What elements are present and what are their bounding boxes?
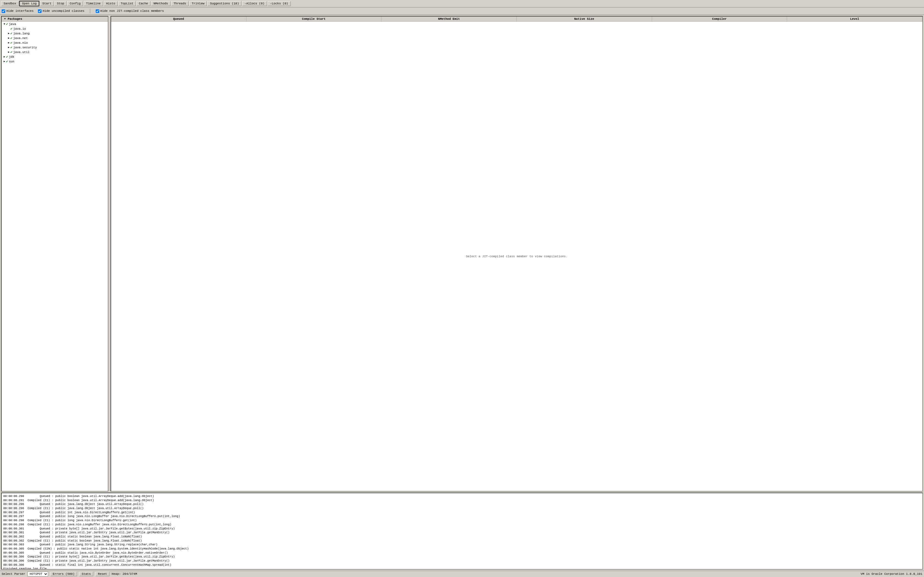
packages-arrow: ▼ — [3, 18, 6, 20]
table-col-queued: Queued — [111, 16, 247, 21]
status-bar: Select Parser HOTSPOT Errors (509) Stats… — [0, 571, 924, 577]
select-parser-label: Select Parser — [2, 572, 25, 575]
tree-check-sun: ✔ — [6, 60, 8, 63]
splitter[interactable] — [108, 15, 110, 493]
toolbar-btn-triview[interactable]: TriView — [189, 1, 207, 6]
tree-arrow-java-util: ▶ — [7, 51, 10, 53]
main-area: ▼ Packages ▼✔java✔java.io▶✔java.lang▶✔ja… — [0, 15, 924, 493]
hide-uncompiled-checkbox[interactable] — [38, 9, 42, 13]
stats-button[interactable]: Stats — [79, 572, 93, 576]
tree-item-java-net[interactable]: ▶✔java.net — [2, 36, 108, 40]
tree-arrow-jdk: ▶ — [3, 55, 6, 58]
tree-label-sun: sun — [9, 60, 14, 63]
tree-item-jdk[interactable]: ▶✔jdk — [2, 55, 108, 59]
table-col-nmethod-emit: NMethod Emit — [381, 16, 517, 21]
tree-item-java-lang[interactable]: ▶✔java.lang — [2, 31, 108, 36]
table-col-compiler: Compiler — [652, 16, 787, 21]
toolbar-btn-open-log[interactable]: Open Log — [19, 1, 39, 6]
tree-label-java-io: java.io — [13, 27, 26, 31]
tree-check-java-util: ✔ — [10, 50, 12, 54]
heap-info: Heap: 204/374M — [112, 572, 137, 575]
toolbar-btn-sandbox[interactable]: Sandbox — [1, 1, 19, 6]
right-panel: QueuedCompile StartNMethod EmitNative Si… — [111, 16, 923, 492]
hide-interfaces-label[interactable]: Hide interfaces — [2, 9, 34, 13]
tree-arrow-java-net: ▶ — [7, 37, 10, 40]
tree-arrow-java-lang: ▶ — [7, 32, 10, 35]
tree-scroll[interactable]: ▼ Packages ▼✔java✔java.io▶✔java.lang▶✔ja… — [2, 16, 108, 491]
tree-arrow-sun: ▶ — [3, 60, 6, 63]
tree-label-java: java — [9, 23, 16, 26]
tree-label-java-net: java.net — [13, 37, 28, 40]
toolbar-btn-config[interactable]: Config — [67, 1, 83, 6]
tree-check-java: ✔ — [6, 22, 8, 26]
tree-arrow-java-security: ▶ — [7, 46, 10, 49]
tree-label-jdk: jdk — [9, 55, 14, 58]
hide-uncompiled-label[interactable]: Hide uncompiled classes — [38, 9, 84, 13]
parser-select[interactable]: HOTSPOT — [27, 572, 48, 577]
toolbar-btn-nmethods[interactable]: NMethods — [151, 1, 171, 6]
tree-label-java-lang: java.lang — [13, 32, 29, 35]
hide-non-jit-label[interactable]: Hide non JIT-compiled class members — [96, 9, 164, 13]
toolbar-btn-suggestions[interactable]: Suggestions (18) — [207, 1, 242, 6]
hide-non-jit-text: Hide non JIT-compiled class members — [100, 9, 164, 13]
packages-label: Packages — [8, 17, 22, 21]
hide-non-jit-checkbox[interactable] — [96, 9, 99, 13]
tree-arrow-java: ▼ — [3, 23, 6, 26]
tree-item-sun[interactable]: ▶✔sun — [2, 59, 108, 64]
table-header: QueuedCompile StartNMethod EmitNative Si… — [111, 16, 922, 22]
tree-check-jdk: ✔ — [6, 55, 8, 59]
toolbar: SandboxOpen LogStartStopConfigTimelineHi… — [0, 0, 924, 7]
tree-items: ▼✔java✔java.io▶✔java.lang▶✔java.net▶✔jav… — [2, 22, 108, 64]
toolbar-btn-toplist[interactable]: TopList — [118, 1, 136, 6]
tree-header: ▼ Packages — [2, 16, 108, 22]
toolbar-btn-threads[interactable]: Threads — [171, 1, 189, 6]
tree-label-java-util: java.util — [13, 51, 29, 54]
errors-button[interactable]: Errors (509) — [50, 572, 77, 576]
toolbar-btn-stop[interactable]: Stop — [55, 1, 66, 6]
tree-item-java-security[interactable]: ▶✔java.security — [2, 45, 108, 50]
tree-item-java-io[interactable]: ✔java.io — [2, 26, 108, 31]
tree-check-java-nio: ✔ — [10, 41, 12, 45]
vm-info: VM is Oracle Corporation 1.8.0_191 — [861, 572, 922, 575]
toolbar-btn-locks[interactable]: -Locks (0) — [268, 1, 291, 6]
reset-button[interactable]: Reset — [95, 572, 110, 576]
tree-item-java-util[interactable]: ▶✔java.util — [2, 50, 108, 55]
table-col-level: Level — [787, 16, 922, 21]
filter-bar: Hide interfaces Hide uncompiled classes … — [0, 7, 924, 15]
tree-check-java-security: ✔ — [10, 45, 12, 50]
tree-check-java-io: ✔ — [10, 27, 12, 31]
table-col-native-size: Native Size — [517, 16, 652, 21]
tree-label-java-security: java.security — [13, 46, 37, 49]
table-body: Select a JIT-compiled class member to vi… — [111, 22, 922, 491]
tree-check-java-net: ✔ — [10, 36, 12, 40]
tree-item-java-nio[interactable]: ▶✔java.nio — [2, 40, 108, 45]
toolbar-btn-cache[interactable]: Cache — [136, 1, 150, 6]
tree-panel: ▼ Packages ▼✔java✔java.io▶✔java.lang▶✔ja… — [1, 16, 108, 492]
log-area[interactable]: 00:00:00.290 Queued : public boolean jav… — [1, 493, 923, 570]
compilations-table: QueuedCompile StartNMethod EmitNative Si… — [111, 16, 923, 492]
tree-arrow-java-nio: ▶ — [7, 41, 10, 44]
hide-interfaces-checkbox[interactable] — [2, 9, 5, 13]
toolbar-btn-histo[interactable]: Histo — [104, 1, 118, 6]
toolbar-btn-timeline[interactable]: Timeline — [84, 1, 103, 6]
tree-check-java-lang: ✔ — [10, 31, 12, 35]
empty-message: Select a JIT-compiled class member to vi… — [466, 255, 568, 258]
tree-label-java-nio: java.nio — [13, 41, 28, 45]
tree-item-java[interactable]: ▼✔java — [2, 22, 108, 26]
toolbar-btn-start[interactable]: Start — [40, 1, 54, 6]
table-col-compile-start: Compile Start — [247, 16, 382, 21]
hide-interfaces-text: Hide interfaces — [6, 9, 34, 13]
hide-uncompiled-text: Hide uncompiled classes — [43, 9, 84, 13]
toolbar-btn-allocs[interactable]: -Allocs (0) — [242, 1, 267, 6]
